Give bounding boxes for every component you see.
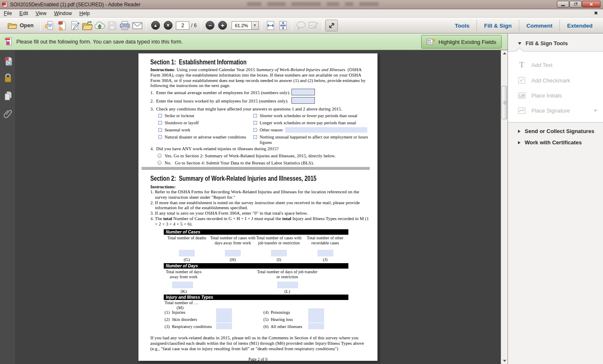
menu-help[interactable]: Help (76, 10, 94, 17)
menu-edit[interactable]: Edit (15, 10, 32, 17)
scroll-down-button[interactable] (501, 358, 508, 364)
field-G-deaths[interactable] (179, 250, 195, 256)
sign-document-icon (70, 21, 80, 31)
type-label-respiratory: (3) Respiratory conditions (165, 324, 212, 330)
add-checkmark-tool[interactable]: ✓ Add Checkmark (508, 75, 603, 86)
checkbox-label: Shorter work schedules or fewer pay peri… (260, 113, 357, 119)
attachment-paperclip-icon[interactable] (3, 109, 13, 119)
zoom-in-button[interactable]: + (216, 19, 229, 32)
checkbox-other-reason[interactable] (253, 128, 257, 132)
minimize-button[interactable] (557, 1, 569, 8)
checkbox-shorter-schedules[interactable] (253, 114, 257, 118)
page-thumbnails-icon[interactable] (4, 57, 12, 66)
menu-view[interactable]: View (32, 10, 50, 17)
save-to-acrobat-button[interactable] (81, 19, 93, 32)
number-of-cases-header: Number of Cases (164, 229, 348, 235)
checkbox-strike-or-lockout[interactable] (158, 114, 162, 118)
field-M4-poisonings[interactable] (308, 308, 324, 315)
checkbox-seasonal-work[interactable] (158, 128, 162, 132)
scroll-up-button[interactable] (501, 50, 508, 56)
open-button[interactable]: Open (3, 19, 38, 32)
radio-no[interactable] (157, 161, 162, 165)
send-or-collect-signatures-group[interactable]: Send or Collect Signatures (508, 128, 603, 134)
toolbar: Open (0, 18, 603, 33)
field-H-days-away[interactable] (225, 250, 241, 256)
comment-bubble-icon (296, 21, 307, 30)
page-footer: Page 2 of 6 (139, 357, 377, 361)
hours-worked-field[interactable] (291, 97, 315, 104)
field-I-transfer[interactable] (271, 250, 287, 256)
menu-file[interactable]: File (0, 10, 15, 17)
question1-label: 1. Enter the annual average number of em… (150, 90, 290, 95)
next-page-button[interactable]: ▼ (162, 19, 174, 32)
radio-no-label: No. Go to Section 4: Submit Your Data to… (165, 160, 314, 166)
checkbox-longer-schedules[interactable] (253, 121, 257, 125)
employees-2015-field[interactable] (291, 89, 315, 95)
section-divider (142, 167, 370, 170)
arrow-down-icon: ▼ (164, 21, 173, 30)
folder-export-icon (82, 21, 93, 31)
create-pdf-button[interactable] (56, 19, 68, 32)
checkbox-nothing-unusual[interactable] (253, 135, 257, 139)
checkbox-shutdown-or-layoff[interactable] (158, 121, 162, 125)
print-button[interactable] (119, 19, 131, 32)
signature-tool-icon (308, 21, 319, 30)
export-pdf-button[interactable] (43, 19, 56, 32)
zoom-dropdown-button[interactable]: ▼ (252, 21, 259, 30)
field-M6-all-other[interactable] (308, 323, 324, 329)
place-initials-tool[interactable]: LM Place Initials (508, 90, 603, 101)
place-signature-tool[interactable]: Place Signature (508, 105, 603, 116)
email-button[interactable] (131, 19, 144, 32)
security-lock-icon[interactable] (4, 73, 12, 83)
instruction-item: 3. If any total is zero on your OSHA For… (150, 210, 371, 216)
checkbox-label: Strike or lockout (165, 113, 194, 119)
save-button[interactable] (106, 19, 119, 32)
tab-fill-and-sign[interactable]: Fill & Sign (477, 20, 519, 31)
field-M2-skin-disorders[interactable] (216, 315, 232, 323)
document-viewport[interactable]: Section 1: Establishment Information Ins… (16, 50, 501, 364)
page-number-input[interactable] (176, 21, 189, 30)
radio-yes[interactable] (157, 154, 162, 158)
fit-width-button[interactable] (264, 19, 277, 32)
print-icon (119, 21, 130, 31)
vertical-scrollbar[interactable] (501, 50, 508, 364)
minus-icon: − (206, 21, 214, 30)
previous-page-button[interactable]: ▲ (149, 19, 162, 32)
close-button[interactable]: ✕ (582, 1, 600, 8)
field-M5-hearing-loss[interactable] (308, 315, 324, 323)
signature-dropdown-icon[interactable] (594, 110, 597, 112)
toolbar-close-icon[interactable]: ✖ (593, 10, 599, 16)
menu-window[interactable]: Window (50, 10, 76, 17)
field-L-days-transfer[interactable] (277, 282, 298, 288)
tab-extended[interactable]: Extended (560, 20, 600, 31)
left-navigation-strip (0, 50, 16, 364)
highlight-existing-fields-button[interactable]: Highlight Existing Fields (421, 35, 502, 49)
sign-document-button[interactable] (68, 19, 81, 32)
pages-panel-icon[interactable] (4, 91, 12, 101)
tab-tools[interactable]: Tools (448, 20, 477, 31)
fill-sign-tools-header[interactable]: Fill & Sign Tools (508, 40, 603, 46)
zoom-out-button[interactable]: − (204, 19, 216, 32)
share-cloud-button[interactable] (93, 19, 106, 32)
checkbox-label: Other reason: (260, 128, 283, 133)
comment-tool-button[interactable] (295, 19, 307, 32)
other-reason-field[interactable] (285, 127, 367, 133)
add-text-tool[interactable]: T Add Text (508, 59, 603, 70)
tab-comment[interactable]: Comment (519, 20, 559, 31)
scrollbar-thumb[interactable] (502, 86, 507, 119)
field-K-days-away[interactable] (172, 282, 193, 288)
highlight-fields-icon (427, 38, 435, 45)
field-M3-respiratory[interactable] (216, 323, 232, 329)
fullscreen-button[interactable] (325, 20, 338, 31)
field-M1-injuries[interactable] (216, 308, 232, 315)
sign-tool-button[interactable] (307, 19, 320, 32)
field-J-other[interactable] (317, 250, 333, 256)
notification-message: Please fill out the following form. You … (16, 39, 183, 45)
titlebar-ghost-artifact (247, 2, 379, 6)
zoom-level-value[interactable]: 61.2% (232, 21, 252, 30)
restore-button[interactable] (570, 1, 582, 8)
checkbox-natural-disaster[interactable] (158, 135, 162, 139)
checkbox-label: Nothing unusual happened to affect our e… (260, 135, 377, 146)
fit-page-button[interactable] (277, 19, 289, 32)
work-with-certificates-group[interactable]: Work with Certificates (508, 139, 603, 146)
